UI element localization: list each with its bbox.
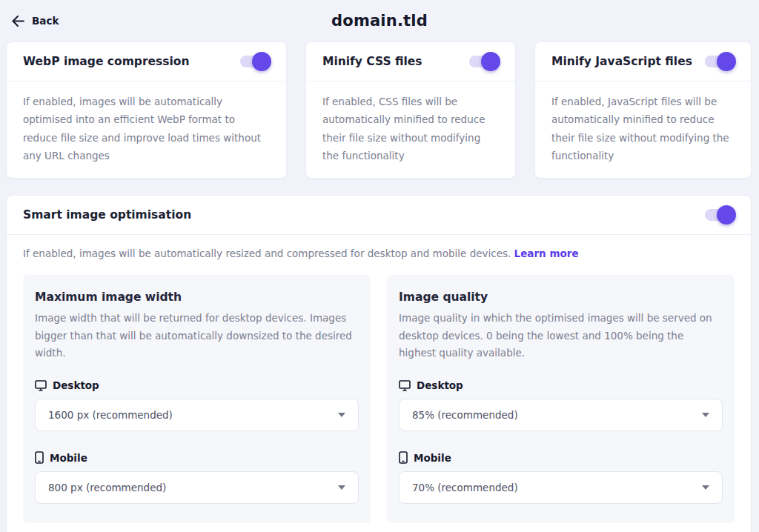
card-title: WebP image compression [23, 55, 190, 68]
mobile-label: Mobile [414, 452, 451, 464]
card-description: If enabled, images will be automatically… [7, 82, 286, 178]
card-minify-css: Minify CSS files If enabled, CSS files w… [305, 41, 516, 179]
mobile-label: Mobile [50, 452, 87, 464]
mobile-label-row: Mobile [399, 451, 723, 464]
max-width-desktop-select[interactable]: 1600 px (recommended) [35, 399, 359, 431]
chevron-down-icon [702, 485, 709, 490]
select-value: 85% (recommended) [412, 409, 518, 421]
card-webp-compression: WebP image compression If enabled, image… [6, 41, 287, 179]
back-label: Back [32, 15, 59, 27]
card-header: Minify JavaScript files [535, 42, 751, 82]
minify-js-toggle[interactable] [705, 56, 735, 67]
chevron-down-icon [338, 485, 345, 490]
card-description: If enabled, CSS files will be automatica… [306, 82, 515, 178]
monitor-icon [35, 379, 47, 391]
chevron-down-icon [702, 413, 709, 417]
card-minify-js: Minify JavaScript files If enabled, Java… [534, 41, 752, 179]
select-value: 800 px (recommended) [48, 482, 166, 493]
smart-description-text: If enabled, images will be automatically… [23, 247, 511, 259]
chevron-down-icon [338, 413, 345, 417]
select-value: 70% (recommended) [412, 482, 518, 493]
smart-optimisation-toggle[interactable] [705, 209, 735, 221]
panel-description: Image quality in which the optimised ima… [399, 310, 723, 362]
mobile-label-row: Mobile [35, 451, 359, 464]
settings-panels: Maximum image width Image width that wil… [7, 275, 751, 523]
webp-compression-toggle[interactable] [240, 56, 270, 67]
quality-desktop-select[interactable]: 85% (recommended) [399, 399, 723, 431]
panel-description: Image width that will be returned for de… [35, 310, 359, 362]
toggle-knob [252, 52, 271, 71]
smartphone-icon [35, 451, 44, 464]
card-header: WebP image compression [7, 42, 286, 82]
toggle-knob [717, 205, 736, 225]
smart-card-header: Smart image optimisation [7, 196, 751, 235]
panel-title: Image quality [399, 290, 723, 304]
card-header: Minify CSS files [306, 42, 515, 82]
smartphone-icon [399, 451, 408, 464]
select-value: 1600 px (recommended) [48, 409, 173, 421]
panel-image-quality: Image quality Image quality in which the… [387, 275, 735, 523]
panel-title: Maximum image width [35, 290, 359, 304]
top-bar: Back domain.tld [0, 0, 759, 41]
minify-css-toggle[interactable] [469, 56, 499, 67]
monitor-icon [399, 379, 411, 391]
desktop-label: Desktop [53, 379, 99, 391]
desktop-label-row: Desktop [35, 379, 359, 391]
max-width-mobile-select[interactable]: 800 px (recommended) [35, 471, 359, 504]
toggle-knob [481, 52, 500, 71]
smart-card-title: Smart image optimisation [23, 208, 191, 222]
page-title: domain.tld [331, 12, 428, 30]
card-description: If enabled, JavaScript files will be aut… [535, 82, 751, 178]
smart-card-description: If enabled, images will be automatically… [7, 235, 751, 275]
card-title: Minify JavaScript files [551, 55, 692, 68]
arrow-left-icon [12, 16, 24, 27]
back-button[interactable]: Back [12, 15, 59, 27]
panel-maximum-image-width: Maximum image width Image width that wil… [23, 275, 371, 523]
smart-image-optimisation-card: Smart image optimisation If enabled, ima… [6, 195, 752, 532]
learn-more-link[interactable]: Learn more [514, 247, 579, 259]
quality-mobile-select[interactable]: 70% (recommended) [399, 471, 723, 504]
desktop-label: Desktop [417, 379, 463, 391]
feature-cards-row: WebP image compression If enabled, image… [0, 41, 759, 179]
toggle-knob [717, 52, 736, 71]
desktop-label-row: Desktop [399, 379, 723, 391]
card-title: Minify CSS files [322, 55, 422, 68]
